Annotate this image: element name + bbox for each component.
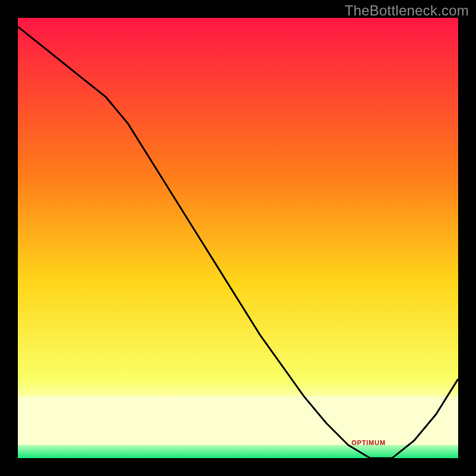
bottleneck-curve: [18, 27, 458, 458]
plot-svg: [18, 18, 458, 458]
pale-band: [18, 396, 458, 444]
plot-area: OPTIMUM: [18, 18, 458, 458]
green-band: [18, 445, 458, 458]
watermark-text: TheBottleneck.com: [345, 2, 469, 19]
optimum-label: OPTIMUM: [352, 439, 386, 446]
chart-container: TheBottleneck.com OPT: [0, 0, 476, 476]
gradient-background: [18, 18, 458, 458]
